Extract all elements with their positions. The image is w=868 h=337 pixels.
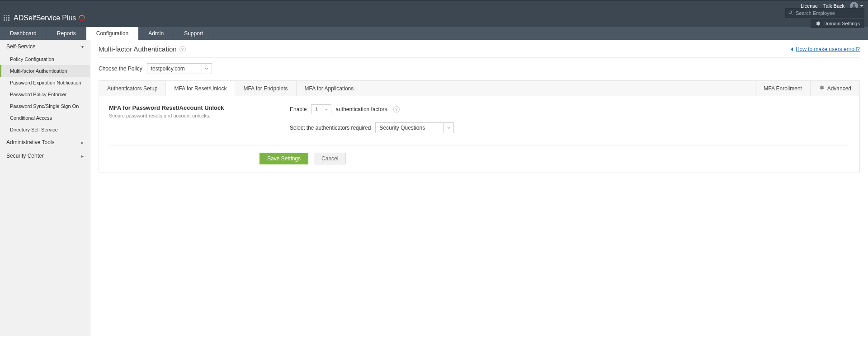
enable-suffix: authentication factors. [336,106,389,112]
panel-mfa-reset: MFA for Password Reset/Account Unlock Se… [99,96,860,173]
sidebar-item-mfa[interactable]: Multi-factor Authentication [0,65,90,77]
inner-tab-endpoints[interactable]: MFA for Endpoints [235,81,296,96]
sidebar-item-password-expiration[interactable]: Password Expiration Notification [0,77,90,89]
inner-tab-enrollment[interactable]: MFA Enrollment [755,81,810,96]
inner-tab-advanced[interactable]: Advanced [810,81,859,96]
gear-icon [815,21,821,26]
main-tabbar: Dashboard Reports Configuration Admin Su… [0,27,868,40]
sidebar-section-self-service[interactable]: Self-Service ▾ [0,40,90,53]
brand-logo: ADSelfService Plus [14,14,86,22]
choose-policy-label: Choose the Policy [99,66,142,72]
search-input[interactable] [785,8,864,18]
chevron-right-icon: ▸ [81,140,84,145]
brand-swirl-icon [78,14,86,22]
panel-subtext: Secure password resets and account unloc… [109,113,245,118]
inner-tabbar: Authenticators Setup MFA for Reset/Unloc… [99,80,860,96]
policy-select[interactable]: testpolicy.com [147,63,212,74]
authenticator-select[interactable]: Security Questions [375,122,454,133]
cancel-button[interactable]: Cancel [314,153,346,164]
tab-configuration[interactable]: Configuration [86,27,138,40]
sidebar: Self-Service ▾ Policy Configuration Mult… [0,40,90,336]
chevron-right-icon: ▸ [81,154,84,159]
help-icon[interactable]: ? [393,106,400,112]
inner-tab-applications[interactable]: MFA for Applications [297,81,363,96]
chevron-down-icon [322,105,331,114]
tab-dashboard[interactable]: Dashboard [0,27,47,40]
enable-label: Enable [290,106,307,112]
gear-icon [819,85,824,90]
sidebar-item-password-sync[interactable]: Password Sync/Single Sign On [0,100,90,112]
sidebar-section-security-center[interactable]: Security Center ▸ [0,149,90,163]
svg-line-1 [792,14,793,15]
triangle-left-icon [791,47,793,51]
sidebar-item-password-policy[interactable]: Password Policy Enforcer [0,89,90,100]
chevron-down-icon [202,64,212,74]
how-to-enroll-link[interactable]: How to make users enroll? [791,46,860,52]
select-auth-label: Select the authenticators required [290,125,371,131]
apps-grid-icon[interactable] [4,15,10,21]
sidebar-item-conditional-access[interactable]: Conditional Access [0,112,90,124]
search-employee[interactable] [785,8,864,18]
chevron-down-icon [443,123,453,133]
svg-point-0 [789,11,792,14]
sidebar-item-policy-configuration[interactable]: Policy Configuration [0,53,90,65]
tab-support[interactable]: Support [174,27,213,40]
search-icon [788,10,793,15]
topbar: License Talk Back [0,0,868,11]
save-button[interactable]: Save Settings [259,153,308,164]
enable-count-select[interactable]: 1 [311,104,331,114]
inner-tab-auth-setup[interactable]: Authenticators Setup [99,81,166,96]
chevron-down-icon: ▾ [81,44,84,49]
sidebar-item-directory-self-service[interactable]: Directory Self Service [0,124,90,136]
content-area: Multi-factor Authentication ? How to mak… [90,40,868,336]
tab-admin[interactable]: Admin [138,27,174,40]
brandbar: ADSelfService Plus Domain Settings [0,11,868,27]
help-icon[interactable]: ? [179,46,186,52]
inner-tab-reset-unlock[interactable]: MFA for Reset/Unlock [166,81,235,96]
chevron-down-icon [860,5,863,7]
sidebar-section-admin-tools[interactable]: Administrative Tools ▸ [0,136,90,149]
panel-heading: MFA for Password Reset/Account Unlock [109,104,245,111]
domain-settings-link[interactable]: Domain Settings [811,19,864,28]
page-title: Multi-factor Authentication ? [99,45,186,53]
tab-reports[interactable]: Reports [47,27,86,40]
